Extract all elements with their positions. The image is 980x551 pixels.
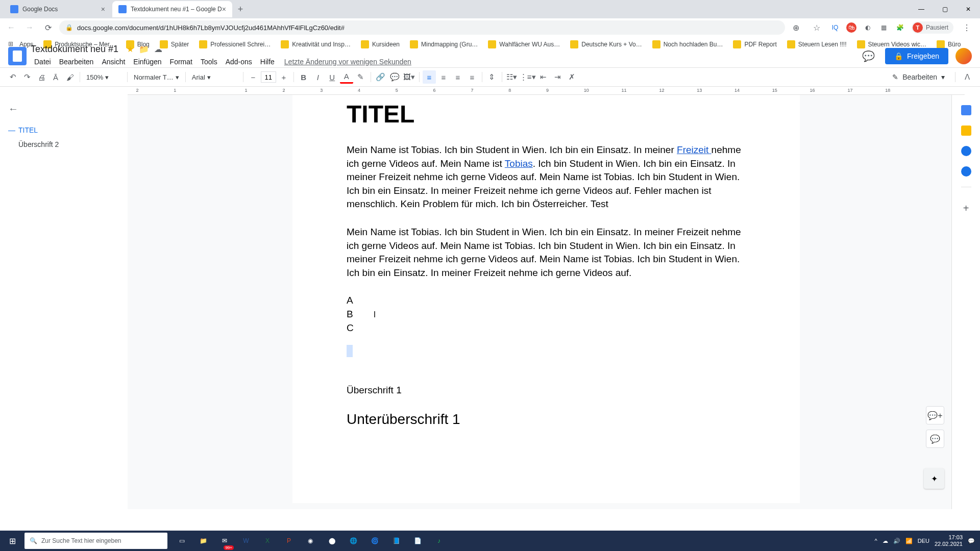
insert-image-button[interactable]: 🖼▾: [403, 70, 416, 84]
reload-button[interactable]: ⟳: [41, 20, 55, 35]
insert-comment-button[interactable]: 💬: [388, 70, 402, 84]
align-left-button[interactable]: ≡: [423, 70, 436, 84]
calendar-icon[interactable]: [961, 105, 971, 115]
highlight-button[interactable]: ✎: [354, 70, 368, 84]
taskbar-search[interactable]: 🔍 Zur Suche Text hier eingeben: [24, 533, 167, 549]
text-link[interactable]: Tobias: [505, 158, 533, 169]
subheading-text[interactable]: Unterüberschrift 1: [347, 411, 746, 428]
spotify-icon[interactable]: ♪: [429, 531, 449, 551]
increase-indent-button[interactable]: ⇥: [551, 70, 565, 84]
undo-button[interactable]: ↶: [6, 70, 19, 84]
cloud-icon[interactable]: ☁: [154, 44, 162, 54]
menu-addons[interactable]: Add-ons: [222, 56, 256, 68]
app-icon[interactable]: ◉: [300, 531, 321, 551]
decrease-font-button[interactable]: −: [247, 70, 260, 84]
list-item[interactable]: BI: [347, 308, 746, 321]
bookmark-item[interactable]: Wahlfächer WU Aus…: [484, 38, 564, 51]
tasks-icon[interactable]: [961, 146, 971, 156]
add-suggestion-button[interactable]: 💬: [926, 430, 944, 448]
horizontal-ruler[interactable]: 2 1 1 2 3 4 5 6 7 8 9 10 11 12 13 14 15 …: [128, 87, 965, 95]
document-page[interactable]: TITEL Mein Name ist Tobias. Ich bin Stud…: [292, 95, 800, 503]
file-explorer-icon[interactable]: 📁: [193, 531, 213, 551]
bookmark-item[interactable]: Mindmapping (Gru…: [406, 38, 482, 51]
excel-icon[interactable]: X: [257, 531, 278, 551]
bulleted-list-button[interactable]: ⋮≡▾: [520, 70, 536, 84]
underline-button[interactable]: U: [326, 70, 339, 84]
bookmark-item[interactable]: Steuern Lesen !!!!: [783, 38, 851, 51]
bold-button[interactable]: B: [297, 70, 310, 84]
redo-button[interactable]: ↷: [20, 70, 34, 84]
document-canvas[interactable]: TITEL Mein Name ist Tobias. Ich bin Stud…: [128, 95, 980, 509]
align-center-button[interactable]: ≡: [437, 70, 450, 84]
bookmark-item[interactable]: Noch hochladen Bu…: [648, 38, 727, 51]
menu-datei[interactable]: Datei: [31, 56, 55, 68]
browser-tab-active[interactable]: Textdokument neu #1 – Google D ×: [112, 1, 232, 17]
list-block[interactable]: A BI C: [347, 294, 746, 335]
styles-select[interactable]: Normaler T…▾: [131, 73, 182, 81]
list-item[interactable]: C: [347, 321, 746, 335]
menu-ansicht[interactable]: Ansicht: [98, 56, 129, 68]
text-link[interactable]: Freizeit: [677, 144, 712, 155]
menu-tools[interactable]: Tools: [197, 56, 221, 68]
collapse-toolbar-button[interactable]: ᐱ: [961, 70, 974, 84]
text-color-button[interactable]: A: [340, 70, 353, 84]
menu-hilfe[interactable]: Hilfe: [257, 56, 278, 68]
volume-icon[interactable]: 🔊: [893, 538, 900, 544]
move-icon[interactable]: 📁: [139, 44, 149, 54]
close-tab-icon[interactable]: ×: [101, 5, 105, 13]
star-icon[interactable]: ☆: [810, 20, 824, 35]
edge-icon[interactable]: 🌀: [364, 531, 385, 551]
bookmark-item[interactable]: PDF Report: [729, 38, 780, 51]
font-size-input[interactable]: 11: [261, 71, 276, 83]
word-icon[interactable]: W: [236, 531, 256, 551]
explore-button[interactable]: ✦: [924, 468, 944, 489]
menu-einfuegen[interactable]: Einfügen: [130, 56, 165, 68]
spellcheck-button[interactable]: Ā: [49, 70, 62, 84]
account-avatar[interactable]: [955, 48, 972, 64]
paragraph[interactable]: Mein Name ist Tobias. Ich bin Student in…: [347, 143, 746, 211]
extension-icon[interactable]: IQ: [830, 22, 840, 33]
italic-button[interactable]: I: [311, 70, 325, 84]
heading-1-text[interactable]: Überschrift 1: [347, 385, 746, 396]
browser-tab[interactable]: Google Docs ×: [4, 1, 111, 17]
onedrive-icon[interactable]: ☁: [883, 538, 888, 544]
insert-link-button[interactable]: 🔗: [374, 70, 387, 84]
powerpoint-icon[interactable]: P: [279, 531, 299, 551]
paint-format-button[interactable]: 🖌: [63, 70, 77, 84]
line-spacing-button[interactable]: ⇕: [485, 70, 499, 84]
document-title[interactable]: Textdokument neu #1: [31, 44, 118, 55]
comments-button[interactable]: 💬: [860, 47, 878, 65]
kebab-menu-icon[interactable]: ⋮: [960, 20, 974, 35]
back-button[interactable]: ←: [4, 20, 18, 35]
outline-item[interactable]: TITEL: [8, 123, 119, 137]
extension-icon[interactable]: 🛍: [846, 22, 856, 33]
app-icon[interactable]: 📄: [407, 531, 428, 551]
paragraph[interactable]: Mein Name ist Tobias. Ich bin Student in…: [347, 226, 746, 280]
font-select[interactable]: Arial▾: [189, 73, 240, 81]
bookmark-item[interactable]: Deutsche Kurs + Vo…: [566, 38, 646, 51]
start-button[interactable]: ⊞: [0, 531, 24, 551]
close-tab-icon[interactable]: ×: [222, 5, 226, 13]
contacts-icon[interactable]: [961, 166, 971, 177]
notifications-icon[interactable]: 💬: [968, 538, 975, 544]
increase-font-button[interactable]: +: [277, 70, 290, 84]
align-right-button[interactable]: ≡: [451, 70, 464, 84]
mail-icon[interactable]: ✉99+: [214, 531, 235, 551]
add-comment-button[interactable]: 💬+: [926, 406, 944, 424]
star-icon[interactable]: ★: [127, 44, 134, 54]
decrease-indent-button[interactable]: ⇤: [537, 70, 550, 84]
tray-chevron-icon[interactable]: ^: [875, 538, 877, 544]
minimize-button[interactable]: —: [910, 1, 933, 17]
profile-chip[interactable]: T Pausiert: [912, 21, 953, 34]
print-button[interactable]: 🖨: [35, 70, 48, 84]
new-tab-button[interactable]: +: [233, 2, 248, 16]
task-view-icon[interactable]: ▭: [172, 531, 192, 551]
app-icon[interactable]: 📘: [386, 531, 406, 551]
clear-formatting-button[interactable]: ✗: [566, 70, 579, 84]
keep-icon[interactable]: [961, 126, 971, 136]
address-bar[interactable]: 🔒 docs.google.com/document/d/1hUH8k6h7Lb…: [59, 20, 785, 35]
obs-icon[interactable]: ⬤: [322, 531, 342, 551]
align-justify-button[interactable]: ≡: [465, 70, 479, 84]
extension-icon[interactable]: ▦: [879, 22, 889, 33]
menu-format[interactable]: Format: [166, 56, 196, 68]
